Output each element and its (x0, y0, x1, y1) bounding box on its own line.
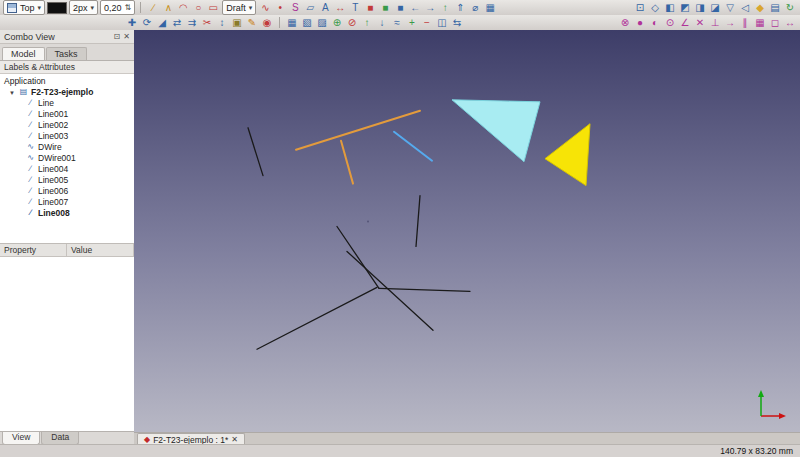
draft-mirror-icon[interactable]: ⇄ (170, 16, 184, 29)
snap-parallel-icon[interactable]: ∥ (738, 16, 752, 29)
grid-icon[interactable]: ▦ (483, 1, 497, 14)
property-column[interactable]: Property (0, 244, 67, 256)
draft-polyline-icon[interactable]: ∧ (161, 1, 175, 14)
tree-item-line002[interactable]: ∕Line002 (0, 119, 134, 130)
tree-item-line004[interactable]: ∕Line004 (0, 163, 134, 174)
draft-to-sketch-icon[interactable]: ⇆ (450, 16, 464, 29)
draft-move-icon[interactable]: ✚ (125, 16, 139, 29)
draft-point-icon[interactable]: • (273, 1, 287, 14)
part-box-blue-icon[interactable]: ■ (393, 1, 407, 14)
close-tab-icon[interactable]: ✕ (231, 435, 238, 444)
draft-path-array-icon[interactable]: ▧ (300, 16, 314, 29)
draft-shape2dview-icon[interactable]: ◫ (435, 16, 449, 29)
draft-circle-icon[interactable]: ○ (191, 1, 205, 14)
line-black-5[interactable] (347, 251, 433, 330)
draft-trimex-icon[interactable]: ✂ (200, 16, 214, 29)
draft-text-icon[interactable]: A (318, 1, 332, 14)
draft-rectangle-icon[interactable]: ▭ (206, 1, 220, 14)
line-black-3[interactable] (337, 227, 379, 289)
measure-icon[interactable]: ⌀ (468, 1, 482, 14)
create-group-icon[interactable]: ▤ (768, 1, 782, 14)
snap-extension-icon[interactable]: → (723, 16, 737, 29)
draft-point-array-icon[interactable]: ▨ (315, 16, 329, 29)
draft-add-point-icon[interactable]: + (405, 16, 419, 29)
tree-item-document[interactable]: ▤ F2-T23-ejemplo (0, 86, 134, 97)
expand-arrow-icon[interactable] (9, 87, 16, 97)
draft-bspline-icon[interactable]: ∿ (258, 1, 272, 14)
part-box-green-icon[interactable]: ■ (378, 1, 392, 14)
view-direction-combo[interactable]: Top (3, 0, 45, 15)
create-part-icon[interactable]: ◆ (753, 1, 767, 14)
snap-lock-icon[interactable]: ⊗ (618, 16, 632, 29)
tree-item-line007[interactable]: ∕Line007 (0, 196, 134, 207)
tree-item-dwire[interactable]: ∿DWire (0, 141, 134, 152)
snap-perpendicular-icon[interactable]: ⊥ (708, 16, 722, 29)
tree-item-line005[interactable]: ∕Line005 (0, 174, 134, 185)
snap-working-plane-icon[interactable]: ◻ (768, 16, 782, 29)
draft-label-icon[interactable]: T (348, 1, 362, 14)
tree-item-line[interactable]: ∕Line (0, 97, 134, 108)
draft-line-icon[interactable]: ∕ (146, 1, 160, 14)
draft-shapestring-icon[interactable]: S (288, 1, 302, 14)
line-orange-long[interactable] (296, 111, 420, 150)
draft-rotate-icon[interactable]: ⟳ (140, 16, 154, 29)
arrow-right-icon[interactable]: → (423, 1, 437, 14)
line-black-4[interactable] (379, 288, 470, 291)
draft-array-icon[interactable]: ▦ (285, 16, 299, 29)
triangle-cyan[interactable] (452, 100, 540, 162)
snap-midpoint-icon[interactable]: ◐ (648, 16, 662, 29)
triangle-yellow[interactable] (545, 124, 590, 186)
arrow-up-blue-icon[interactable]: ⇑ (453, 1, 467, 14)
tree-item-line003[interactable]: ∕Line003 (0, 130, 134, 141)
tree-item-dwire001[interactable]: ∿DWire001 (0, 152, 134, 163)
draft-wire-to-bspline-icon[interactable]: ≈ (390, 16, 404, 29)
refresh-icon[interactable]: ↻ (783, 1, 797, 14)
snap-angle-icon[interactable]: ∠ (678, 16, 692, 29)
tree-item-line008[interactable]: ∕Line008 (0, 207, 134, 218)
viewport[interactable] (134, 30, 800, 432)
line-black-6[interactable] (257, 287, 377, 349)
draft-remove-point-icon[interactable]: − (420, 16, 434, 29)
draft-split-icon[interactable]: ⊘ (345, 16, 359, 29)
view-bottom-icon[interactable]: ▽ (723, 1, 737, 14)
draft-downgrade-icon[interactable]: ↓ (375, 16, 389, 29)
point-dot[interactable] (367, 221, 369, 223)
tab-model[interactable]: Model (2, 47, 45, 60)
line-blue[interactable] (394, 132, 432, 161)
tree-item-line006[interactable]: ∕Line006 (0, 185, 134, 196)
snap-endpoint-icon[interactable]: ● (633, 16, 647, 29)
draft-scale-icon[interactable]: ◢ (155, 16, 169, 29)
arrow-left-icon[interactable]: ← (408, 1, 422, 14)
draft-clone-icon[interactable]: ▣ (230, 16, 244, 29)
close-panel-icon[interactable]: ✕ (123, 32, 130, 41)
draft-stretch-icon[interactable]: ↕ (215, 16, 229, 29)
view-axonometric-icon[interactable]: ◇ (648, 1, 662, 14)
draft-facebinder-icon[interactable]: ▱ (303, 1, 317, 14)
draft-highlight-icon[interactable]: ◉ (260, 16, 274, 29)
scale-spinbox[interactable]: 0,20 (100, 0, 135, 15)
view-top-icon[interactable]: ◩ (678, 1, 692, 14)
view-fit-icon[interactable]: ⊡ (633, 1, 647, 14)
draft-arc-icon[interactable]: ◠ (176, 1, 190, 14)
line-black-2[interactable] (416, 196, 420, 247)
view-rear-icon[interactable]: ◪ (708, 1, 722, 14)
tree-item-application[interactable]: Application (0, 75, 134, 86)
float-panel-icon[interactable]: ⊡ (114, 32, 121, 41)
draft-join-icon[interactable]: ⊕ (330, 16, 344, 29)
draft-dimension-icon[interactable]: ↔ (333, 1, 347, 14)
value-column[interactable]: Value (67, 244, 134, 256)
workbench-selector[interactable]: Draft (222, 0, 256, 15)
part-box-red-icon[interactable]: ■ (363, 1, 377, 14)
view-left-icon[interactable]: ◁ (738, 1, 752, 14)
draft-upgrade-icon[interactable]: ↑ (360, 16, 374, 29)
line-width-combo[interactable]: 2px (69, 0, 98, 15)
view-front-icon[interactable]: ◧ (663, 1, 677, 14)
tab-tasks[interactable]: Tasks (46, 47, 87, 60)
snap-dimensions-icon[interactable]: ↔ (783, 16, 797, 29)
line-orange-short[interactable] (341, 141, 353, 184)
snap-grid-icon[interactable]: ▦ (753, 16, 767, 29)
snap-intersection-icon[interactable]: ✕ (693, 16, 707, 29)
draft-edit-icon[interactable]: ✎ (245, 16, 259, 29)
line-black-1[interactable] (248, 128, 263, 176)
snap-center-icon[interactable]: ⊙ (663, 16, 677, 29)
